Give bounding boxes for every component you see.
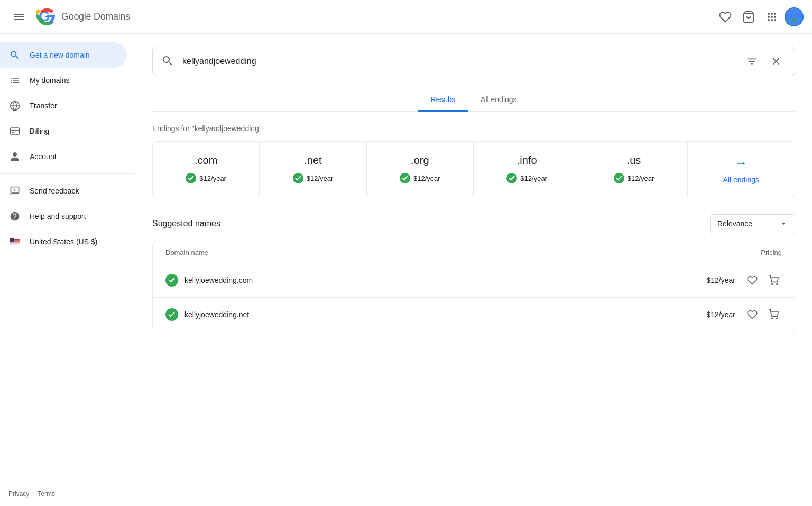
- endings-grid: .com $12/year .net $12/year: [152, 141, 795, 197]
- logo[interactable]: G Google Domains: [36, 6, 130, 27]
- sidebar-item-label-my-domains: My domains: [30, 76, 69, 85]
- help-icon: [8, 210, 21, 223]
- domain-name-1: kellyjoewedding.net: [184, 310, 707, 319]
- ending-price-row-info: $12/year: [482, 173, 571, 183]
- terms-link[interactable]: Terms: [38, 490, 55, 498]
- domain-price-1: $12/year: [707, 310, 735, 319]
- ending-ext-info: .info: [482, 154, 571, 167]
- transfer-icon: [8, 99, 21, 112]
- ending-price-net: $12/year: [307, 174, 334, 182]
- available-check-org: [400, 173, 410, 183]
- domain-check-0: [165, 274, 178, 287]
- col-pricing: Pricing: [687, 249, 782, 256]
- svg-rect-8: [11, 128, 20, 134]
- ending-price-row-com: $12/year: [161, 173, 251, 183]
- ending-card-info[interactable]: .info $12/year: [474, 142, 580, 197]
- sidebar-item-label-help-support: Help and support: [30, 212, 86, 220]
- domain-row-1[interactable]: kellyjoewedding.net $12/year: [153, 298, 795, 332]
- tabs: Results All endings: [152, 89, 795, 112]
- available-check-us: [614, 173, 624, 183]
- search-icon: [8, 49, 21, 61]
- search-clear-button[interactable]: [766, 51, 786, 71]
- domain-check-1: [165, 308, 178, 321]
- sidebar-item-label-country: United States (US $): [30, 237, 97, 246]
- sidebar-item-account[interactable]: Account: [0, 144, 127, 169]
- header-left: G Google Domains: [8, 6, 715, 27]
- suggested-header: Suggested names Relevance: [152, 214, 795, 233]
- header-right: [715, 6, 804, 27]
- sidebar-item-send-feedback[interactable]: Send feedback: [0, 178, 127, 204]
- header: G Google Domains: [0, 0, 812, 34]
- suggested-title: Suggested names: [152, 219, 220, 228]
- sidebar-item-billing[interactable]: Billing: [0, 118, 127, 144]
- domain-row-0[interactable]: kellyjoewedding.com $12/year: [153, 263, 795, 298]
- ending-ext-us: .us: [589, 154, 678, 167]
- sort-select[interactable]: Relevance: [710, 214, 795, 233]
- sidebar-divider: [0, 173, 135, 174]
- list-icon: [8, 74, 21, 87]
- tab-results[interactable]: Results: [418, 89, 468, 112]
- all-endings-label: All endings: [723, 176, 760, 184]
- domain-table-header: Domain name Pricing: [153, 242, 795, 263]
- domain-cart-0[interactable]: [765, 272, 782, 289]
- svg-point-22: [777, 318, 778, 319]
- sidebar-item-country[interactable]: United States (US $): [0, 229, 127, 254]
- domain-table: Domain name Pricing kellyjoewedding.com …: [152, 242, 795, 332]
- flag-icon: [8, 235, 21, 248]
- domain-actions-0: [744, 272, 782, 289]
- sidebar-item-label-get-new-domain: Get a new domain: [30, 51, 90, 59]
- ending-price-com: $12/year: [199, 174, 226, 182]
- ending-price-info: $12/year: [520, 174, 547, 182]
- wishlist-button[interactable]: [715, 6, 736, 27]
- ending-price-row-us: $12/year: [589, 173, 678, 183]
- feedback-icon: [8, 185, 21, 197]
- sidebar-item-help-support[interactable]: Help and support: [0, 204, 127, 229]
- tab-all-endings[interactable]: All endings: [468, 89, 530, 112]
- ending-card-us[interactable]: .us $12/year: [580, 142, 687, 197]
- sidebar-item-label-account: Account: [30, 152, 57, 161]
- search-filter-button[interactable]: [742, 51, 762, 71]
- sidebar-item-label-billing: Billing: [30, 127, 49, 135]
- arrow-right-icon: →: [733, 154, 750, 171]
- svg-point-20: [777, 284, 778, 285]
- apps-button[interactable]: [761, 6, 782, 27]
- ending-card-org[interactable]: .org $12/year: [367, 142, 474, 197]
- cart-button[interactable]: [738, 6, 759, 27]
- sidebar-footer-links: Privacy Terms: [0, 486, 135, 502]
- domain-wishlist-0[interactable]: [744, 272, 761, 289]
- search-input[interactable]: [182, 57, 742, 66]
- domain-wishlist-1[interactable]: [744, 306, 761, 323]
- svg-rect-16: [10, 243, 20, 244]
- account-icon: [8, 150, 21, 163]
- sidebar-item-my-domains[interactable]: My domains: [0, 68, 127, 93]
- sidebar: Get a new domain My domains: [0, 34, 135, 506]
- ending-price-row-net: $12/year: [268, 173, 357, 183]
- sort-label: Relevance: [717, 219, 752, 228]
- ending-card-com[interactable]: .com $12/year: [153, 142, 260, 197]
- chevron-down-icon: [779, 219, 788, 228]
- sidebar-item-get-new-domain[interactable]: Get a new domain: [0, 42, 127, 68]
- domain-actions-1: [744, 306, 782, 323]
- sidebar-item-transfer[interactable]: Transfer: [0, 93, 127, 118]
- sidebar-nav: Get a new domain My domains: [0, 38, 135, 486]
- domain-name-0: kellyjoewedding.com: [184, 276, 707, 284]
- ending-price-us: $12/year: [628, 174, 654, 182]
- search-bar-actions: [742, 51, 786, 71]
- ending-card-net[interactable]: .net $12/year: [260, 142, 366, 197]
- ending-ext-org: .org: [375, 154, 465, 167]
- billing-icon: [8, 125, 21, 137]
- ending-price-org: $12/year: [413, 174, 440, 182]
- account-avatar[interactable]: [785, 7, 804, 26]
- logo-text: Google Domains: [61, 11, 130, 22]
- available-check-info: [506, 173, 517, 183]
- svg-point-21: [772, 318, 773, 319]
- domain-price-0: $12/year: [707, 276, 735, 284]
- search-bar: [152, 47, 795, 76]
- menu-button[interactable]: [8, 6, 30, 27]
- privacy-link[interactable]: Privacy: [8, 490, 29, 498]
- layout: Get a new domain My domains: [0, 34, 812, 506]
- sidebar-item-label-transfer: Transfer: [30, 102, 57, 110]
- ending-card-all-endings[interactable]: → All endings: [688, 142, 795, 197]
- svg-rect-15: [10, 242, 20, 243]
- domain-cart-1[interactable]: [765, 306, 782, 323]
